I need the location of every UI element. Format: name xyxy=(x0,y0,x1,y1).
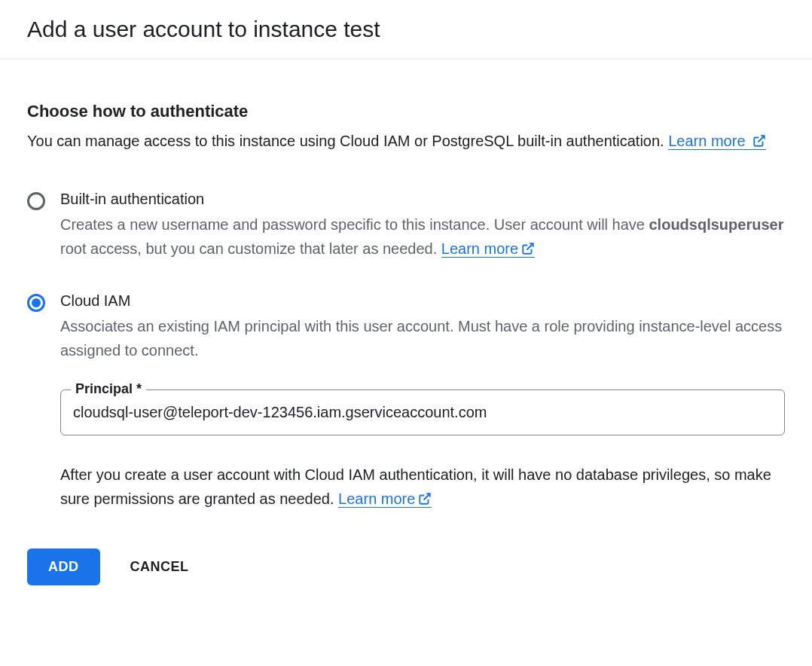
cloudiam-helper-text: After you create a user account with Clo… xyxy=(60,463,785,512)
page-header: Add a user account to instance test xyxy=(0,0,812,60)
option-cloudiam: Cloud IAM Associates an existing IAM pri… xyxy=(27,292,785,512)
auth-options: Built-in authentication Creates a new us… xyxy=(27,191,785,512)
option-builtin-body: Built-in authentication Creates a new us… xyxy=(60,191,785,262)
cloudsqlsuperuser-text: cloudsqlsuperuser xyxy=(649,216,784,233)
radio-cloudiam[interactable] xyxy=(27,294,45,312)
cancel-button[interactable]: CANCEL xyxy=(130,559,189,575)
svg-line-0 xyxy=(759,136,765,142)
option-cloudiam-desc: Associates an existing IAM principal wit… xyxy=(60,314,785,362)
external-link-icon xyxy=(521,238,535,262)
action-buttons: ADD CANCEL xyxy=(27,548,785,585)
radio-builtin[interactable] xyxy=(27,192,45,210)
learn-more-link-cloudiam[interactable]: Learn more xyxy=(338,490,432,508)
main-content: Choose how to authenticate You can manag… xyxy=(0,60,812,613)
option-builtin: Built-in authentication Creates a new us… xyxy=(27,191,785,262)
add-button[interactable]: ADD xyxy=(27,548,100,585)
principal-input[interactable] xyxy=(60,390,785,435)
external-link-icon xyxy=(752,130,766,154)
page-title: Add a user account to instance test xyxy=(27,17,785,42)
learn-more-link[interactable]: Learn more xyxy=(668,133,766,150)
principal-label: Principal * xyxy=(71,381,146,397)
svg-line-1 xyxy=(527,243,533,249)
option-builtin-title: Built-in authentication xyxy=(60,191,785,208)
option-cloudiam-title: Cloud IAM xyxy=(60,292,785,310)
section-description: You can manage access to this instance u… xyxy=(27,129,785,154)
option-cloudiam-body: Cloud IAM Associates an existing IAM pri… xyxy=(60,292,785,512)
svg-line-2 xyxy=(424,493,430,500)
option-builtin-desc: Creates a new username and password spec… xyxy=(60,212,785,262)
auth-section: Choose how to authenticate You can manag… xyxy=(27,102,785,154)
section-title: Choose how to authenticate xyxy=(27,102,785,121)
external-link-icon xyxy=(418,488,432,512)
principal-input-wrapper: Principal * xyxy=(60,390,785,435)
learn-more-link-builtin[interactable]: Learn more xyxy=(441,240,535,258)
